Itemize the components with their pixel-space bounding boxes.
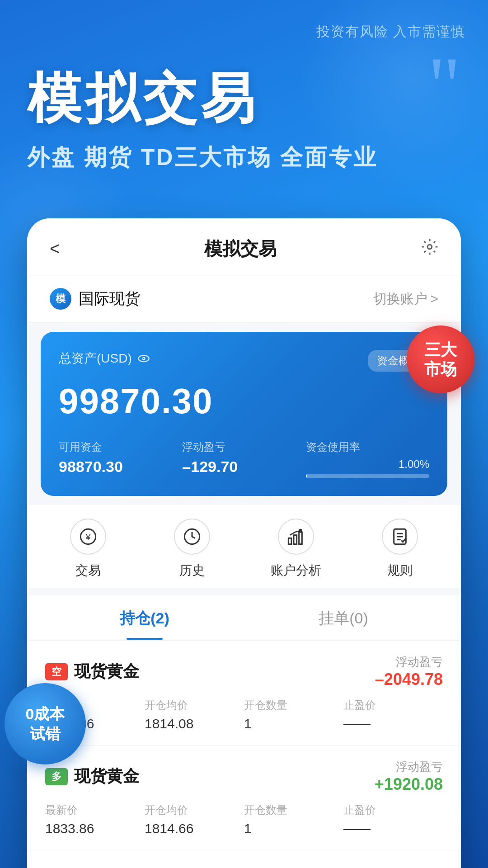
action-trade[interactable]: ¥ 交易: [36, 519, 140, 579]
rules-label: 规则: [387, 562, 413, 579]
card-title: 模拟交易: [204, 236, 277, 261]
action-history[interactable]: 历史: [140, 519, 244, 579]
position-section: 空 现货黄金 浮动盈亏 –2049.78 最新价 1833.86 开仓均价 18…: [27, 641, 461, 850]
history-label: 历史: [179, 562, 205, 579]
svg-rect-5: [288, 538, 291, 544]
svg-point-0: [427, 245, 432, 249]
position-details-2: 最新价 1833.86 开仓均价 1814.66 开仓数量 1 止盈价 ——: [45, 803, 443, 836]
account-name: 国际现货: [79, 288, 140, 309]
position-pnl-2: 浮动盈亏 +1920.08: [375, 759, 443, 794]
available-funds: 可用资金 98870.30: [59, 440, 182, 478]
history-icon: [174, 519, 210, 555]
back-button[interactable]: <: [50, 239, 60, 259]
position-header-1: 空 现货黄金 浮动盈亏 –2049.78: [45, 654, 443, 689]
position-name-row-1: 空 现货黄金: [45, 660, 139, 683]
svg-point-2: [142, 358, 145, 360]
account-info: 模 国际现货: [50, 288, 140, 310]
rules-icon: [382, 519, 418, 555]
balance-card: 总资产(USD) 资金概况 99870.30 可用资金 98870.30 浮动盈…: [41, 332, 447, 496]
action-analysis[interactable]: 账户分析: [244, 519, 348, 579]
svg-point-1: [138, 355, 149, 362]
trade-icon: ¥: [70, 519, 106, 555]
position-pnl-1: 浮动盈亏 –2049.78: [375, 654, 443, 689]
position-type-badge-1: 空: [45, 663, 68, 680]
balance-details: 可用资金 98870.30 浮动盈亏 –129.70 资金使用率 1.00%: [59, 440, 429, 478]
bottom-nav: [27, 850, 461, 868]
detail-qty-1: 开仓数量 1: [244, 698, 343, 731]
detail-open-price-1: 开仓均价 1814.08: [145, 698, 244, 731]
gear-button[interactable]: [421, 238, 438, 259]
account-switch-button[interactable]: 切换账户 >: [373, 290, 438, 308]
hero-title: 模拟交易: [27, 68, 461, 128]
top-warning: 投资有风险 入市需谨慎: [0, 0, 488, 50]
tabs-row: 持仓(2) 挂单(0): [27, 595, 461, 641]
balance-label: 总资产(USD): [59, 350, 150, 367]
detail-tp-2: 止盈价 ——: [343, 803, 443, 836]
nav-home-icon[interactable]: [203, 864, 230, 868]
position-type-badge-2: 多: [45, 768, 68, 785]
trade-label: 交易: [75, 562, 101, 579]
position-header-2: 多 现货黄金 浮动盈亏 +1920.08: [45, 759, 443, 794]
hero-section: 模拟交易 外盘 期货 TD三大市场 全面专业: [0, 50, 488, 200]
analysis-label: 账户分析: [271, 562, 321, 579]
analysis-icon: [278, 519, 314, 555]
account-row: 模 国际现货 切换账户 >: [27, 275, 461, 323]
balance-top-row: 总资产(USD) 资金概况: [59, 350, 429, 372]
tab-orders[interactable]: 挂单(0): [244, 595, 443, 640]
position-name-row-2: 多 现货黄金: [45, 765, 139, 788]
actions-row: ¥ 交易 历史: [27, 505, 461, 588]
nav-chart-icon[interactable]: [258, 864, 285, 868]
svg-rect-7: [299, 532, 302, 544]
floating-pnl: 浮动盈亏 –129.70: [182, 440, 305, 478]
usage-bar: [306, 474, 429, 478]
hero-subtitle: 外盘 期货 TD三大市场 全面专业: [27, 142, 461, 173]
tab-positions[interactable]: 持仓(2): [45, 595, 244, 640]
position-details-1: 最新价 1833.86 开仓均价 1814.08 开仓数量 1 止盈价 ——: [45, 698, 443, 731]
svg-text:¥: ¥: [85, 532, 91, 542]
detail-tp-1: 止盈价 ——: [343, 698, 443, 731]
position-item-1: 空 现货黄金 浮动盈亏 –2049.78 最新价 1833.86 开仓均价 18…: [27, 641, 461, 745]
position-name-2: 现货黄金: [74, 765, 139, 788]
detail-qty-2: 开仓数量 1: [244, 803, 343, 836]
position-item-2: 多 现货黄金 浮动盈亏 +1920.08 最新价 1833.86 开仓均价 18…: [27, 745, 461, 850]
badge-zero-cost[interactable]: 0成本试错: [5, 683, 86, 764]
balance-amount: 99870.30: [59, 381, 429, 422]
detail-last-price-2: 最新价 1833.86: [45, 803, 145, 836]
badge-san-da-markets[interactable]: 三大市场: [407, 326, 474, 393]
position-name-1: 现货黄金: [74, 660, 139, 683]
card-header: < 模拟交易: [27, 218, 461, 275]
detail-open-price-2: 开仓均价 1814.66: [145, 803, 244, 836]
account-badge: 模: [50, 288, 71, 310]
action-rules[interactable]: 规则: [348, 519, 452, 579]
usage-bar-fill: [306, 474, 307, 478]
usage-rate: 资金使用率 1.00%: [306, 440, 429, 478]
svg-point-8: [300, 529, 302, 532]
svg-rect-6: [294, 535, 297, 544]
phone-card: < 模拟交易 模 国际现货 切换账户 > 总资产(USD): [27, 218, 461, 868]
